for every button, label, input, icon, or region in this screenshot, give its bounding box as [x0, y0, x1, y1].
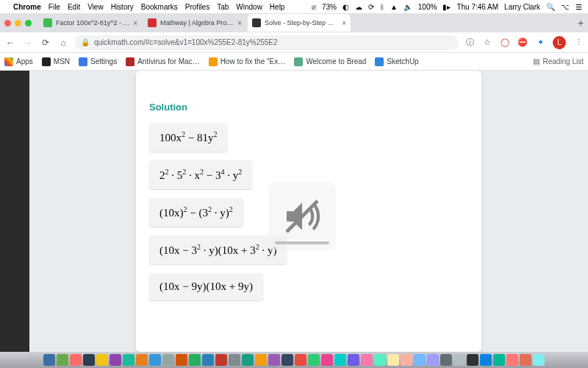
opera-ext-icon[interactable]: ◯ [500, 38, 510, 48]
dock-app-31[interactable] [453, 354, 465, 366]
siri-icon[interactable]: ☰ [576, 3, 582, 11]
spotlight-icon[interactable]: 🔍 [546, 3, 555, 11]
menubar-item-window[interactable]: Window [236, 3, 262, 11]
cloud-icon[interactable]: ☁ [355, 3, 362, 11]
dock-app-11[interactable] [189, 354, 201, 366]
menubar-item-history[interactable]: History [111, 3, 134, 11]
dock-app-12[interactable] [202, 354, 214, 366]
dock-app-24[interactable] [361, 354, 373, 366]
bookmark-2[interactable]: Antivirus for Mac… [126, 57, 199, 66]
dock-app-28[interactable] [414, 354, 426, 366]
wifi-icon[interactable]: ▲ [390, 3, 398, 11]
tab-0[interactable]: Factor 100x^2-81y^2 - Answer × [39, 14, 142, 32]
dock-app-16[interactable] [255, 354, 267, 366]
dock-app-18[interactable] [282, 354, 293, 366]
url-bar[interactable]: 🔒 quickmath.com/#c=solve&v1=100x%255E2-8… [75, 35, 459, 50]
dock-app-4[interactable] [96, 354, 108, 366]
tab-2[interactable]: Solve - Step-by-Step Math P × [248, 14, 351, 32]
menubar-item-profiles[interactable]: Profiles [185, 3, 209, 11]
dock-app-30[interactable] [440, 354, 452, 366]
new-tab-button[interactable]: + [573, 17, 588, 29]
bookmark-5[interactable]: SketchUp [375, 57, 418, 66]
dock-app-17[interactable] [268, 354, 280, 366]
dock-app-22[interactable] [334, 354, 346, 366]
dock-app-32[interactable] [467, 354, 478, 366]
reload-button[interactable]: ⟳ [40, 38, 51, 48]
bookmark-1[interactable]: Settings [79, 57, 117, 66]
battery-icon[interactable]: ▮▸ [442, 3, 451, 11]
forward-button[interactable]: → [22, 38, 34, 48]
close-tab-icon[interactable]: × [342, 19, 346, 27]
dock-app-19[interactable] [295, 354, 306, 366]
tab-1[interactable]: Mathway | Algebra Problem S × [143, 14, 246, 32]
menubar-item-bookmarks[interactable]: Bookmarks [141, 3, 178, 11]
back-button[interactable]: ← [4, 38, 16, 48]
dock-app-26[interactable] [387, 354, 399, 366]
bookmark-favicon-icon [79, 57, 87, 66]
adblock-ext-icon[interactable]: ⛔ [517, 38, 528, 48]
dock-app-1[interactable] [57, 354, 68, 366]
control-center-icon[interactable]: ⌥ [561, 3, 570, 11]
maximize-window-button[interactable] [25, 20, 32, 26]
user-name[interactable]: Larry Clark [504, 3, 540, 11]
dock-app-36[interactable] [520, 354, 531, 366]
dock-app-7[interactable] [136, 354, 148, 366]
bookmark-3[interactable]: How to fix the "Ex… [209, 57, 286, 66]
reading-list-icon: ▤ [533, 57, 539, 66]
dock-app-33[interactable] [480, 354, 492, 366]
circle-status-icon[interactable]: ◐ [343, 3, 349, 11]
kebab-menu-icon[interactable]: ⋮ [573, 38, 584, 48]
dock-app-10[interactable] [176, 354, 187, 366]
menubar-item-view[interactable]: View [87, 3, 104, 11]
dock-app-6[interactable] [123, 354, 135, 366]
profile-avatar[interactable]: L [553, 36, 566, 49]
dock-app-20[interactable] [308, 354, 320, 366]
menubar-item-tab[interactable]: Tab [217, 3, 229, 11]
dock-app-23[interactable] [348, 354, 359, 366]
toolbar-right: ⓘ ☆ ◯ ⛔ ✦ L ⋮ [465, 36, 584, 49]
dock-app-21[interactable] [321, 354, 333, 366]
bookmark-4[interactable]: Welcome to Bread [294, 57, 366, 66]
dock-app-13[interactable] [215, 354, 227, 366]
apps-shortcut[interactable]: Apps [4, 57, 33, 66]
volume-level-bar [275, 241, 329, 244]
dock-app-9[interactable] [162, 354, 174, 366]
reading-list-button[interactable]: ▤ Reading List [533, 57, 584, 66]
dock-app-5[interactable] [110, 354, 121, 366]
star-bookmark-icon[interactable]: ☆ [482, 38, 492, 48]
menubar-item-help[interactable]: Help [270, 3, 285, 11]
page-background[interactable]: Solution 100x2 − 81y222 · 52 · x2 − 34 ·… [29, 71, 588, 352]
tab-favicon-icon [43, 18, 52, 27]
dock-app-29[interactable] [427, 354, 439, 366]
volume-icon[interactable]: 🔈 [404, 3, 412, 11]
dock-app-25[interactable] [374, 354, 386, 366]
dock-app-27[interactable] [401, 354, 412, 366]
clock[interactable]: Thu 7:46 AM [456, 3, 498, 11]
menubar-item-file[interactable]: File [49, 3, 60, 11]
url-text: quickmath.com/#c=solve&v1=100x%255E2-81y… [94, 38, 278, 46]
memory-percent[interactable]: 73% [322, 3, 337, 11]
dock-app-34[interactable] [493, 354, 505, 366]
time-machine-icon[interactable]: ⟳ [368, 3, 374, 11]
dock-app-2[interactable] [70, 354, 82, 366]
dock-app-3[interactable] [83, 354, 95, 366]
bluetooth-icon[interactable]: ᛒ [380, 3, 384, 11]
dock-app-35[interactable] [506, 354, 518, 366]
dock-app-37[interactable] [533, 354, 545, 366]
home-button[interactable]: ⌂ [57, 38, 69, 48]
dock-app-15[interactable] [242, 354, 254, 366]
status-icon[interactable]: ⎚ [312, 3, 316, 11]
dock-app-14[interactable] [229, 354, 240, 366]
dock-app-0[interactable] [43, 354, 55, 366]
bookmark-0[interactable]: MSN [42, 57, 70, 66]
close-window-button[interactable] [4, 20, 11, 26]
menubar-item-edit[interactable]: Edit [68, 3, 80, 11]
close-tab-icon[interactable]: × [133, 19, 137, 27]
close-tab-icon[interactable]: × [237, 19, 242, 27]
share-icon[interactable]: ⓘ [465, 38, 475, 48]
dock-app-8[interactable] [149, 354, 161, 366]
extensions-puzzle-icon[interactable]: ✦ [535, 38, 545, 48]
battery-percent[interactable]: 100% [418, 3, 437, 11]
minimize-window-button[interactable] [15, 20, 21, 26]
menubar-app-name[interactable]: Chrome [13, 3, 41, 11]
